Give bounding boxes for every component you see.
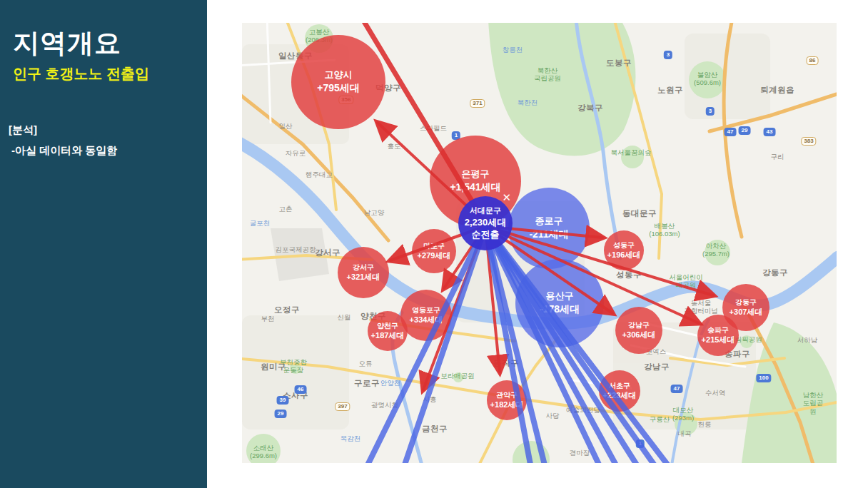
bubble-value: +215세대 bbox=[702, 335, 735, 345]
bubble-name: 강남구 bbox=[628, 320, 650, 330]
migration-bubble[interactable]: 용산구-178세대 bbox=[515, 259, 604, 347]
bubble-value: +182세대 bbox=[490, 400, 524, 410]
bubble-value: +321세대 bbox=[347, 272, 380, 282]
bubble-value: +279세대 bbox=[418, 250, 451, 260]
migration-bubble[interactable]: 마포구+279세대 bbox=[412, 229, 456, 273]
map-canvas[interactable]: 일산동구고봉산 (206.3m)덕양구스타필드창릉천북한산 국립공원북한천도봉구… bbox=[242, 23, 837, 463]
center-bubble-note: 순전출 bbox=[472, 228, 500, 241]
migration-bubble[interactable]: 종로구-211세대 bbox=[508, 188, 590, 269]
migration-bubble[interactable]: 서초구+223세대 bbox=[599, 370, 640, 412]
bubble-name: 양천구 bbox=[377, 321, 398, 330]
bubble-name: 서초구 bbox=[609, 381, 630, 390]
page-title: 지역개요 bbox=[13, 26, 121, 61]
bubble-value: -211세대 bbox=[529, 228, 568, 240]
sidebar: 지역개요 인구 호갱노노 전출입 [분석] -아실 데이터와 동일함 bbox=[0, 0, 207, 488]
close-icon[interactable]: ✕ bbox=[502, 190, 511, 205]
bubble-value: -178세대 bbox=[540, 303, 580, 315]
bubble-value: +1,541세대 bbox=[450, 181, 500, 193]
center-bubble[interactable]: 서대문구 2,230세대 순전출 ✕ bbox=[458, 196, 513, 250]
migration-bubble[interactable]: 성동구+196세대 bbox=[604, 230, 644, 270]
bubble-value: +306세대 bbox=[622, 330, 656, 340]
map-bubbles-layer: 고양시+795세대은평구+1,541세대마포구+279세대강서구+321세대양천… bbox=[242, 23, 837, 463]
bubble-name: 성동구 bbox=[613, 240, 635, 250]
bubble-name: 관악구 bbox=[496, 390, 518, 400]
center-bubble-value: 2,230세대 bbox=[465, 216, 507, 229]
slide: 지역개요 인구 호갱노노 전출입 [분석] -아실 데이터와 동일함 bbox=[0, 0, 868, 488]
bubble-value: +187세대 bbox=[371, 330, 405, 340]
bubble-name: 은평구 bbox=[462, 168, 490, 181]
bubble-name: 종로구 bbox=[535, 215, 563, 228]
bubble-value: +196세대 bbox=[607, 250, 641, 260]
bubble-name: 고양시 bbox=[325, 69, 353, 81]
migration-bubble[interactable]: 강서구+321세대 bbox=[338, 247, 389, 298]
analysis-note: -아실 데이터와 동일함 bbox=[11, 141, 117, 161]
center-bubble-name: 서대문구 bbox=[470, 205, 501, 216]
analysis-heading: [분석] bbox=[9, 120, 117, 141]
bubble-name: 영등포구 bbox=[412, 305, 440, 315]
migration-bubble[interactable]: 강동구+307세대 bbox=[722, 284, 769, 331]
analysis-block: [분석] -아실 데이터와 동일함 bbox=[9, 120, 117, 161]
bubble-name: 송파구 bbox=[707, 325, 729, 335]
bubble-name: 용산구 bbox=[546, 290, 574, 303]
bubble-name: 강동구 bbox=[735, 298, 757, 307]
bubble-name: 강서구 bbox=[353, 263, 374, 272]
bubble-value: +334세대 bbox=[410, 315, 443, 325]
bubble-value: +223세대 bbox=[603, 390, 637, 400]
bubble-value: +307세대 bbox=[730, 307, 763, 317]
migration-bubble[interactable]: 영등포구+334세대 bbox=[400, 290, 452, 341]
migration-bubble[interactable]: 강남구+306세대 bbox=[615, 307, 662, 354]
migration-bubble[interactable]: 고양시+795세대 bbox=[291, 35, 385, 129]
bubble-name: 마포구 bbox=[423, 241, 445, 250]
bubble-value: +795세대 bbox=[317, 81, 360, 94]
migration-bubble[interactable]: 관악구+182세대 bbox=[487, 380, 527, 420]
page-subtitle: 인구 호갱노노 전출입 bbox=[13, 64, 149, 83]
